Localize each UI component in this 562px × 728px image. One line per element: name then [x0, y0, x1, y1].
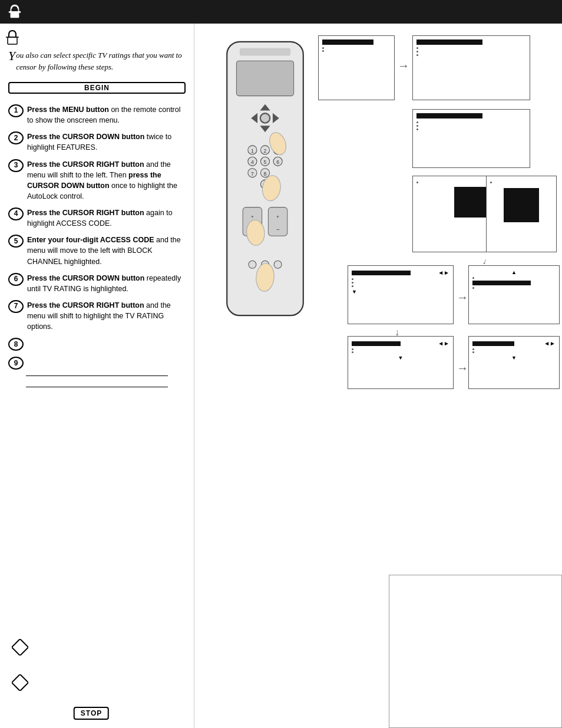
step-4: 4 Press the CURSOR RIGHT button again to… — [8, 207, 186, 229]
bottom-diamond-bottom — [12, 674, 28, 693]
svg-text:8: 8 — [264, 171, 267, 177]
step-6: 6 Press the CURSOR DOWN button repeatedl… — [8, 273, 186, 294]
svg-point-40 — [249, 261, 256, 268]
arrow-2: → — [457, 291, 468, 304]
begin-badge: BEGIN — [8, 78, 186, 100]
step-2-text: Press the CURSOR DOWN button twice to hi… — [27, 131, 186, 153]
screen-box-2 — [412, 35, 530, 100]
screen-box-8: ◄► ▼ — [348, 336, 454, 389]
blank-line-2 — [26, 387, 168, 387]
screen-box-1 — [318, 35, 395, 100]
svg-text:2: 2 — [264, 148, 267, 154]
bottom-instruction-panel — [389, 575, 562, 728]
svg-point-42 — [274, 261, 282, 268]
blank-line — [26, 375, 168, 376]
step-7: 7 Press the CURSOR RIGHT button and the … — [8, 300, 186, 332]
svg-text:4: 4 — [251, 159, 254, 165]
step-7-text: Press the CURSOR RIGHT button and the me… — [27, 300, 186, 332]
screen-box-3 — [412, 109, 530, 168]
stop-badge: STOP — [74, 703, 109, 720]
bottom-diamond-top — [12, 639, 28, 657]
screen-box-5 — [486, 176, 557, 252]
intro-paragraph: You also can select specific TV ratings … — [8, 50, 186, 73]
step-num-6: 6 — [8, 273, 24, 286]
step-num-7: 7 — [8, 300, 24, 313]
step-2: 2 Press the CURSOR DOWN button twice to … — [8, 131, 186, 153]
step-num-1: 1 — [8, 104, 24, 117]
step-6-text: Press the CURSOR DOWN button repeatedly … — [27, 273, 186, 294]
step-num-3: 3 — [8, 159, 24, 172]
step-3: 3 Press the CURSOR RIGHT button and the … — [8, 159, 186, 202]
svg-point-15 — [260, 114, 269, 123]
intro-text: ou also can select specific TV ratings t… — [16, 51, 181, 71]
screen-box-6: ◄► ▼ — [348, 265, 454, 324]
svg-rect-1 — [9, 11, 21, 13]
step-5: 5 Enter your four-digit ACCESS CODE and … — [8, 235, 186, 266]
step-8: 8 — [8, 338, 186, 351]
step-num-8: 8 — [8, 338, 24, 351]
svg-text:6: 6 — [276, 159, 279, 165]
drop-cap: Y — [8, 50, 15, 62]
step-1: 1 Press the MENU button on the remote co… — [8, 104, 186, 126]
remote-svg: 1 2 3 4 5 6 7 8 0 + − + − — [200, 35, 330, 354]
svg-text:7: 7 — [251, 171, 254, 177]
svg-rect-9 — [236, 61, 293, 95]
svg-rect-5 — [12, 639, 28, 655]
svg-text:5: 5 — [264, 159, 267, 165]
step-1-text: Press the MENU button on the remote cont… — [27, 104, 186, 126]
remote-control-illustration: 1 2 3 4 5 6 7 8 0 + − + − — [200, 35, 330, 354]
svg-rect-3 — [8, 37, 17, 44]
svg-text:+: + — [276, 214, 279, 220]
svg-rect-6 — [12, 674, 28, 691]
step-3-text: Press the CURSOR RIGHT button and the me… — [27, 159, 186, 202]
right-panel: 1 2 3 4 5 6 7 8 0 + − + − — [194, 24, 562, 728]
svg-text:+: + — [251, 214, 254, 220]
lock-icon-small — [6, 29, 19, 48]
step-9: 9 — [8, 357, 186, 370]
step-num-5: 5 — [8, 235, 24, 248]
svg-rect-8 — [240, 48, 290, 56]
arrow-4: → — [457, 361, 468, 375]
left-instruction-panel: You also can select specific TV ratings … — [0, 24, 194, 728]
svg-text:−: − — [276, 226, 279, 233]
arrow-1: → — [398, 59, 409, 73]
svg-text:1: 1 — [251, 148, 254, 154]
step-num-4: 4 — [8, 207, 24, 220]
screen-box-9: ◄► ▼ — [468, 336, 560, 389]
step-num-9: 9 — [8, 357, 24, 370]
lock-icon — [8, 4, 21, 19]
step-num-2: 2 — [8, 131, 24, 144]
step-4-text: Press the CURSOR RIGHT button again to h… — [27, 207, 186, 229]
step-5-text: Enter your four-digit ACCESS CODE and th… — [27, 235, 186, 266]
header-bar — [0, 0, 562, 24]
screen-box-7: ▲ — [468, 265, 560, 324]
